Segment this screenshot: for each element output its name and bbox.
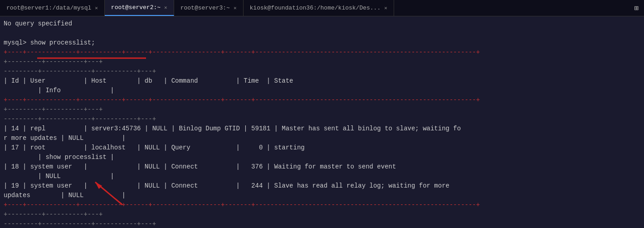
table-row-19-b: updates | NULL |: [4, 191, 640, 200]
separator-line-6: ---------+-------------+-----------+---+: [4, 114, 640, 124]
close-icon[interactable]: ✕: [384, 5, 387, 11]
table-row-17-a: | 17 | root | localhost | NULL | Query |…: [4, 143, 640, 153]
separator-line-4: +----+-------------+-----------+------+-…: [4, 95, 640, 105]
tab-label: kiosk@foundation36:/home/kiosk/Des...: [250, 5, 381, 11]
separator-line-3: ---------+-------------+-----------+---+: [4, 67, 640, 76]
tab-label: root@server2:~: [111, 4, 161, 11]
tab-server2[interactable]: root@server2:~ ✕: [105, 0, 174, 16]
table-row-14-b: r more updates | NULL |: [4, 134, 640, 143]
separator-line: +----+-------------+-----------+------+-…: [4, 48, 640, 57]
terminal-output: No query specified mysql> show processli…: [0, 16, 644, 228]
close-icon[interactable]: ✕: [95, 5, 98, 11]
new-tab-button[interactable]: ⊞: [629, 0, 644, 16]
table-header-row1: | Id | User | Host | db | Command | Time…: [4, 76, 640, 86]
close-icon[interactable]: ✕: [234, 5, 237, 11]
tab-server1[interactable]: root@server1:/data/mysql ✕: [0, 0, 105, 16]
separator-bottom-1: +----+-------------+-----------+------+-…: [4, 200, 640, 210]
terminal-line: No query specified: [4, 19, 640, 29]
tab-label: root@server3:~: [181, 5, 230, 11]
tab-label: root@server1:/data/mysql: [6, 5, 91, 11]
table-row-17-b: | show processlist |: [4, 153, 640, 162]
terminal-line: [4, 29, 640, 38]
table-row-19-a: | 19 | system user | | NULL | Connect | …: [4, 181, 640, 191]
close-icon[interactable]: ✕: [164, 5, 167, 10]
separator-line-5: +---------+----------+---+: [4, 105, 640, 114]
table-row-18-b: | NULL |: [4, 172, 640, 181]
tab-bar: root@server1:/data/mysql ✕ root@server2:…: [0, 0, 644, 16]
tab-server3[interactable]: root@server3:~ ✕: [174, 0, 244, 16]
app-container: root@server1:/data/mysql ✕ root@server2:…: [0, 0, 644, 228]
separator-bottom-2: +---------+----------+---+: [4, 210, 640, 219]
terminal-line-prompt: mysql> show processlist;: [4, 38, 640, 48]
table-row-18-a: | 18 | system user | | NULL | Connect | …: [4, 162, 640, 172]
tab-kiosk[interactable]: kiosk@foundation36:/home/kiosk/Des... ✕: [244, 0, 394, 16]
separator-line-2: +---------+----------+---+: [4, 57, 640, 67]
separator-bottom-3: ---------+-------------+-----------+---+: [4, 219, 640, 228]
table-row-14-a: | 14 | repl | server3:45736 | NULL | Bin…: [4, 124, 640, 134]
table-header-row2: | Info |: [4, 86, 640, 95]
